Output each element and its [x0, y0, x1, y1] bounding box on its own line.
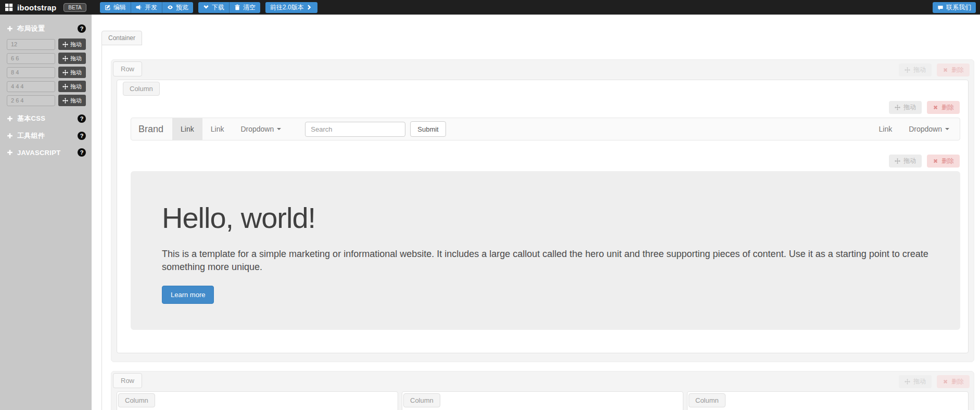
section-title: 基本CSS [17, 114, 78, 123]
sidebar-section-basic-css[interactable]: 基本CSS ? [0, 114, 92, 123]
move-icon [62, 84, 68, 89]
widget-delete-button[interactable]: 删除 [927, 155, 960, 168]
sidebar-section-javascript[interactable]: JAVASCRIPT ? [0, 148, 92, 157]
component-sidebar: 布局设置 ? 12 拖动 6 6 拖动 8 4 拖动 4 4 4 [0, 15, 92, 410]
column-block: Column [687, 391, 969, 410]
app-logo: ibootstrap BETA [0, 3, 92, 12]
topbar: ibootstrap BETA 编辑 开发 [0, 0, 980, 15]
row-tab[interactable]: Row [113, 61, 142, 76]
row-drag-button[interactable]: 拖动 [899, 63, 932, 76]
hero-widget: Hello, world! This is a template for a s… [131, 171, 960, 330]
x-icon [933, 158, 938, 164]
toolbar: 编辑 开发 预览 下载 [100, 2, 317, 13]
layout-preset-item: 4 4 4 拖动 [7, 81, 86, 92]
question-icon[interactable]: ? [78, 24, 86, 33]
column-block: Column [117, 391, 398, 410]
grid-icon [5, 3, 13, 11]
layout-preset-item: 8 4 拖动 [7, 67, 86, 78]
row-block: Row 拖动 删除 Column 拖动 [111, 59, 974, 362]
hero-text: This is a template for a simple marketin… [162, 248, 929, 274]
move-icon [895, 105, 900, 110]
row-tab[interactable]: Row [113, 373, 142, 388]
layout-preset-list: 12 拖动 6 6 拖动 8 4 拖动 4 4 4 拖动 [7, 39, 86, 106]
mode-button-group: 编辑 开发 预览 [100, 2, 193, 13]
container-tab[interactable]: Container [101, 31, 142, 45]
app-title: ibootstrap [17, 3, 56, 12]
sidebar-section-components[interactable]: 工具组件 ? [0, 131, 92, 140]
nav-link-active[interactable]: Link [172, 118, 202, 140]
pencil-square-icon [105, 4, 111, 10]
trash-icon [234, 4, 240, 10]
goto-v2-button[interactable]: 前往2.0版本 [265, 2, 317, 13]
preset-value[interactable]: 6 6 [7, 53, 55, 64]
layout-preset-item: 6 6 拖动 [7, 53, 86, 64]
layout-preset-item: 2 6 4 拖动 [7, 95, 86, 106]
navbar-widget: Brand Link Link Dropdown Submit Link Dro… [131, 118, 960, 140]
move-icon [905, 67, 910, 73]
preview-button[interactable]: 预览 [162, 2, 193, 13]
widget-drag-button[interactable]: 拖动 [889, 155, 922, 168]
nav-link[interactable]: Link [202, 118, 233, 140]
section-title: 工具组件 [17, 131, 78, 140]
row-delete-button[interactable]: 删除 [937, 63, 970, 76]
submit-button[interactable]: Submit [410, 121, 446, 137]
preset-value[interactable]: 12 [7, 39, 55, 50]
navbar-right: Link Dropdown [870, 125, 958, 133]
hero-widget-controls: 拖动 删除 [131, 155, 960, 168]
widget-drag-button[interactable]: 拖动 [889, 101, 922, 114]
megaphone-icon [136, 4, 142, 10]
navbar-brand[interactable]: Brand [131, 124, 172, 135]
clear-button[interactable]: 清空 [229, 2, 260, 13]
navbar-widget-controls: 拖动 删除 [131, 101, 960, 114]
row-controls: 拖动 删除 [899, 63, 970, 76]
plus-icon [7, 133, 13, 139]
drag-button[interactable]: 拖动 [58, 81, 86, 92]
contact-button[interactable]: 联系我们 [933, 2, 976, 13]
question-icon[interactable]: ? [78, 148, 86, 157]
row-block: Row 拖动 删除 Column Column Co [111, 371, 974, 410]
dev-button[interactable]: 开发 [131, 2, 162, 13]
row-delete-button[interactable]: 删除 [937, 375, 970, 388]
row-drag-button[interactable]: 拖动 [899, 375, 932, 388]
chevron-down-icon [203, 4, 209, 10]
bottom-columns: Column Column Column [117, 391, 969, 410]
x-icon [943, 67, 948, 73]
column-tab[interactable]: Column [123, 82, 160, 96]
file-button-group: 下载 清空 [198, 2, 260, 13]
canvas: Container Row 拖动 删除 Column [92, 15, 980, 410]
chat-icon [937, 5, 944, 11]
sidebar-section-layout[interactable]: 布局设置 ? [0, 24, 92, 33]
column-block: Column [402, 391, 683, 410]
download-button[interactable]: 下载 [198, 2, 229, 13]
move-icon [62, 70, 68, 75]
preset-value[interactable]: 2 6 4 [7, 95, 55, 106]
plus-icon [7, 149, 13, 156]
layout-preset-item: 12 拖动 [7, 39, 86, 50]
question-icon[interactable]: ? [78, 132, 86, 140]
drag-button[interactable]: 拖动 [58, 39, 86, 50]
preset-value[interactable]: 8 4 [7, 67, 55, 78]
container-body: Row 拖动 删除 Column 拖动 [101, 45, 980, 410]
drag-button[interactable]: 拖动 [58, 67, 86, 78]
move-icon [905, 379, 910, 385]
column-tab[interactable]: Column [403, 393, 440, 407]
nav-link-right[interactable]: Link [870, 125, 900, 133]
learn-more-button[interactable]: Learn more [162, 286, 214, 304]
beta-badge: BETA [63, 3, 86, 12]
chevron-right-icon [307, 4, 313, 10]
eye-icon [167, 4, 173, 10]
edit-button[interactable]: 编辑 [100, 2, 131, 13]
column-tab[interactable]: Column [118, 393, 155, 407]
drag-button[interactable]: 拖动 [58, 95, 86, 106]
nav-dropdown-right[interactable]: Dropdown [900, 125, 958, 133]
drag-button[interactable]: 拖动 [58, 53, 86, 64]
column-tab[interactable]: Column [689, 393, 726, 407]
nav-dropdown[interactable]: Dropdown [232, 118, 289, 140]
search-input[interactable] [305, 122, 405, 137]
preset-value[interactable]: 4 4 4 [7, 81, 55, 92]
x-icon [943, 379, 948, 385]
question-icon[interactable]: ? [78, 114, 86, 123]
move-icon [895, 158, 900, 164]
move-icon [62, 42, 68, 47]
widget-delete-button[interactable]: 删除 [927, 101, 960, 114]
